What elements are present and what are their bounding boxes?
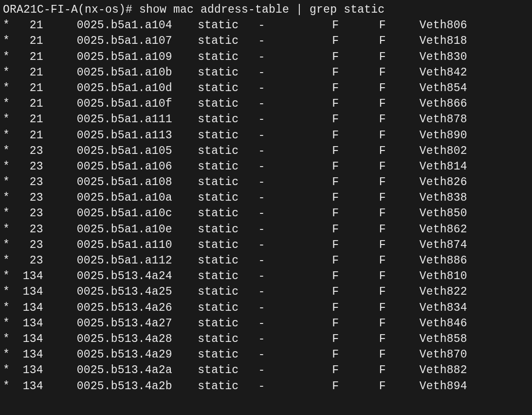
flag-cell: *	[3, 143, 10, 159]
secure-cell: F	[332, 96, 339, 112]
vlan-cell: 21	[10, 18, 43, 33]
flag-cell: *	[3, 362, 10, 378]
type-cell: static	[198, 190, 238, 206]
secure-cell: F	[332, 331, 339, 347]
ntfy-cell: F	[379, 174, 386, 190]
flag-cell: *	[3, 80, 10, 96]
secure-cell: F	[332, 128, 339, 143]
secure-cell: F	[332, 268, 339, 284]
port-cell: Veth874	[420, 237, 467, 253]
age-cell: -	[258, 33, 265, 49]
type-cell: static	[198, 222, 238, 237]
ntfy-cell: F	[379, 268, 386, 284]
vlan-cell: 21	[10, 80, 43, 96]
type-cell: static	[198, 316, 238, 331]
table-row: *210025.b5a1.a107static-FFVeth818	[3, 33, 529, 49]
vlan-cell: 134	[10, 378, 43, 394]
port-cell: Veth890	[420, 128, 467, 143]
age-cell: -	[258, 268, 265, 284]
vlan-cell: 23	[10, 222, 43, 237]
port-cell: Veth866	[420, 96, 467, 112]
ntfy-cell: F	[379, 143, 386, 159]
ntfy-cell: F	[379, 96, 386, 112]
table-row: *230025.b5a1.a108static-FFVeth826	[3, 174, 529, 190]
table-row: *210025.b5a1.a10bstatic-FFVeth842	[3, 65, 529, 80]
port-cell: Veth858	[420, 331, 467, 347]
vlan-cell: 21	[10, 128, 43, 143]
type-cell: static	[198, 143, 238, 159]
vlan-cell: 134	[10, 300, 43, 316]
table-row: *1340025.b513.4a2bstatic-FFVeth894	[3, 378, 529, 394]
flag-cell: *	[3, 18, 10, 33]
flag-cell: *	[3, 222, 10, 237]
secure-cell: F	[332, 143, 339, 159]
mac-cell: 0025.b5a1.a10c	[77, 206, 171, 221]
flag-cell: *	[3, 112, 10, 127]
mac-cell: 0025.b5a1.a10d	[77, 80, 171, 96]
flag-cell: *	[3, 159, 10, 174]
mac-cell: 0025.b5a1.a10e	[77, 222, 171, 237]
table-row: *230025.b5a1.a10cstatic-FFVeth850	[3, 206, 529, 221]
mac-cell: 0025.b5a1.a110	[77, 237, 171, 253]
table-row: *1340025.b513.4a24static-FFVeth810	[3, 268, 529, 284]
table-row: *1340025.b513.4a2astatic-FFVeth882	[3, 362, 529, 378]
command-prompt-line: ORA21C-FI-A(nx-os)# show mac address-tab…	[3, 2, 529, 18]
table-row: *210025.b5a1.a109static-FFVeth830	[3, 49, 529, 65]
prompt-command: show mac address-table | grep static	[139, 3, 385, 16]
mac-cell: 0025.b513.4a27	[77, 316, 171, 331]
port-cell: Veth882	[420, 362, 467, 378]
prompt-host: ORA21C-FI-A(nx-os)#	[3, 3, 132, 16]
ntfy-cell: F	[379, 65, 386, 80]
ntfy-cell: F	[379, 378, 386, 394]
flag-cell: *	[3, 190, 10, 206]
port-cell: Veth854	[420, 80, 467, 96]
secure-cell: F	[332, 49, 339, 65]
mac-cell: 0025.b5a1.a108	[77, 174, 171, 190]
ntfy-cell: F	[379, 362, 386, 378]
table-row: *230025.b5a1.a105static-FFVeth802	[3, 143, 529, 159]
flag-cell: *	[3, 49, 10, 65]
mac-table-rows: *210025.b5a1.a104static-FFVeth806*210025…	[3, 18, 529, 394]
ntfy-cell: F	[379, 347, 386, 362]
ntfy-cell: F	[379, 222, 386, 237]
secure-cell: F	[332, 237, 339, 253]
flag-cell: *	[3, 284, 10, 300]
terminal-output[interactable]: ORA21C-FI-A(nx-os)# show mac address-tab…	[3, 2, 529, 394]
port-cell: Veth818	[420, 33, 467, 49]
age-cell: -	[258, 284, 265, 300]
port-cell: Veth834	[420, 300, 467, 316]
type-cell: static	[198, 18, 238, 33]
ntfy-cell: F	[379, 33, 386, 49]
ntfy-cell: F	[379, 284, 386, 300]
type-cell: static	[198, 112, 238, 127]
vlan-cell: 134	[10, 268, 43, 284]
port-cell: Veth830	[420, 49, 467, 65]
type-cell: static	[198, 96, 238, 112]
secure-cell: F	[332, 80, 339, 96]
type-cell: static	[198, 284, 238, 300]
vlan-cell: 21	[10, 49, 43, 65]
age-cell: -	[258, 190, 265, 206]
flag-cell: *	[3, 96, 10, 112]
secure-cell: F	[332, 159, 339, 174]
age-cell: -	[258, 300, 265, 316]
ntfy-cell: F	[379, 80, 386, 96]
port-cell: Veth846	[420, 316, 467, 331]
table-row: *210025.b5a1.a10fstatic-FFVeth866	[3, 96, 529, 112]
port-cell: Veth802	[420, 143, 467, 159]
vlan-cell: 134	[10, 331, 43, 347]
mac-cell: 0025.b513.4a28	[77, 331, 171, 347]
mac-cell: 0025.b5a1.a104	[77, 18, 171, 33]
ntfy-cell: F	[379, 316, 386, 331]
table-row: *230025.b5a1.a10astatic-FFVeth838	[3, 190, 529, 206]
mac-cell: 0025.b5a1.a105	[77, 143, 171, 159]
age-cell: -	[258, 143, 265, 159]
mac-cell: 0025.b5a1.a10f	[77, 96, 171, 112]
table-row: *1340025.b513.4a29static-FFVeth870	[3, 347, 529, 362]
table-row: *1340025.b513.4a28static-FFVeth858	[3, 331, 529, 347]
vlan-cell: 23	[10, 237, 43, 253]
secure-cell: F	[332, 112, 339, 127]
flag-cell: *	[3, 65, 10, 80]
table-row: *210025.b5a1.a113static-FFVeth890	[3, 128, 529, 143]
table-row: *210025.b5a1.a111static-FFVeth878	[3, 112, 529, 127]
